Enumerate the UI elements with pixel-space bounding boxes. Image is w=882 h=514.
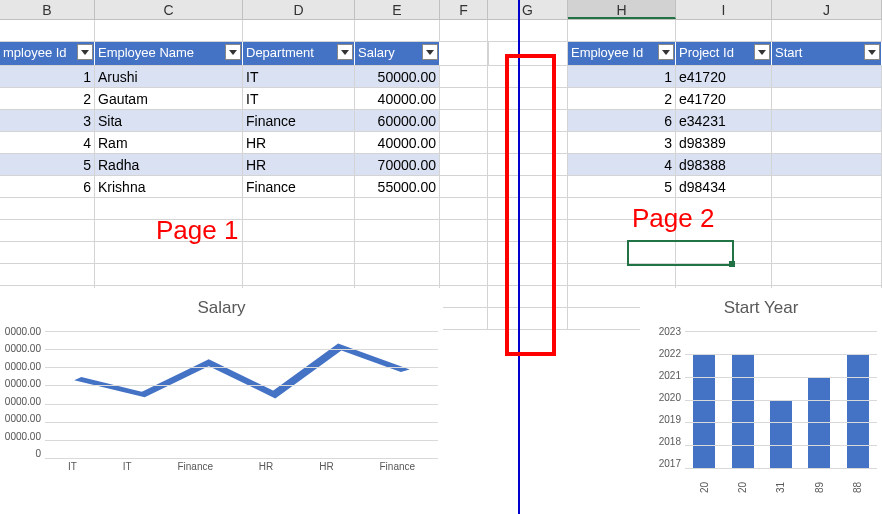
cell[interactable] (440, 198, 488, 219)
cell-proj[interactable]: d98434 (676, 176, 772, 197)
col-header-I[interactable]: I (676, 0, 772, 19)
cell-salary[interactable]: 40000.00 (355, 88, 440, 109)
cell[interactable] (0, 220, 95, 241)
cell-emp-id2[interactable]: 4 (568, 154, 676, 175)
cell[interactable] (0, 264, 95, 285)
cell[interactable] (440, 66, 488, 87)
cell[interactable] (568, 20, 676, 41)
cell-emp-id2[interactable]: 6 (568, 110, 676, 131)
filter-dropdown-icon[interactable] (754, 44, 770, 60)
cell-salary[interactable]: 60000.00 (355, 110, 440, 131)
col-header-B[interactable]: B (0, 0, 95, 19)
filter-dropdown-icon[interactable] (77, 44, 93, 60)
cell[interactable] (355, 220, 440, 241)
cell-dept[interactable]: Finance (243, 110, 355, 131)
cell[interactable] (243, 20, 355, 41)
filter-dropdown-icon[interactable] (864, 44, 880, 60)
col-start[interactable]: Start (772, 42, 882, 65)
col-employee-id[interactable]: mployee Id (0, 42, 95, 65)
col-employee-id2[interactable]: Employee Id (568, 42, 676, 65)
cell[interactable] (0, 198, 95, 219)
cell[interactable] (243, 220, 355, 241)
cell[interactable] (243, 264, 355, 285)
cell[interactable] (488, 20, 568, 41)
cell[interactable] (440, 132, 488, 153)
cell-emp-id[interactable]: 4 (0, 132, 95, 153)
cell-start[interactable] (772, 176, 882, 197)
cell-dept[interactable]: IT (243, 88, 355, 109)
cell[interactable] (355, 264, 440, 285)
cell-proj[interactable]: d98389 (676, 132, 772, 153)
cell-emp-name[interactable]: Krishna (95, 176, 243, 197)
cell-dept[interactable]: Finance (243, 176, 355, 197)
cell[interactable] (440, 220, 488, 241)
cell-emp-name[interactable]: Sita (95, 110, 243, 131)
cell-emp-id[interactable]: 1 (0, 66, 95, 87)
col-header-H[interactable]: H (568, 0, 676, 19)
cell[interactable] (440, 20, 488, 41)
start-year-chart[interactable]: Start Year 2023202220212020201920182017 … (640, 288, 882, 514)
cell-proj[interactable]: d98388 (676, 154, 772, 175)
cell-start[interactable] (772, 154, 882, 175)
cell-emp-name[interactable]: Radha (95, 154, 243, 175)
cell-start[interactable] (772, 88, 882, 109)
cell[interactable] (440, 42, 488, 65)
col-salary[interactable]: Salary (355, 42, 440, 65)
salary-chart[interactable]: Salary 0000.000000.000000.000000.000000.… (0, 288, 443, 478)
cell[interactable] (772, 264, 882, 285)
filter-dropdown-icon[interactable] (337, 44, 353, 60)
cell[interactable] (440, 88, 488, 109)
cell[interactable] (440, 264, 488, 285)
cell-salary[interactable]: 70000.00 (355, 154, 440, 175)
cell-emp-id2[interactable]: 3 (568, 132, 676, 153)
col-header-D[interactable]: D (243, 0, 355, 19)
col-employee-name[interactable]: Employee Name (95, 42, 243, 65)
active-cell-selection[interactable] (627, 240, 734, 266)
col-header-F[interactable]: F (440, 0, 488, 19)
cell-emp-id2[interactable]: 5 (568, 176, 676, 197)
col-project-id[interactable]: Project Id (676, 42, 772, 65)
cell[interactable] (676, 20, 772, 41)
cell[interactable] (440, 176, 488, 197)
cell[interactable] (95, 20, 243, 41)
cell[interactable] (772, 220, 882, 241)
cell-emp-id2[interactable]: 1 (568, 66, 676, 87)
col-header-C[interactable]: C (95, 0, 243, 19)
filter-dropdown-icon[interactable] (422, 44, 438, 60)
cell[interactable] (0, 20, 95, 41)
cell[interactable] (243, 198, 355, 219)
cell-proj[interactable]: e41720 (676, 88, 772, 109)
cell-proj[interactable]: e34231 (676, 110, 772, 131)
cell[interactable] (440, 154, 488, 175)
cell-dept[interactable]: HR (243, 154, 355, 175)
cell[interactable] (568, 264, 676, 285)
cell-salary[interactable]: 55000.00 (355, 176, 440, 197)
cell-emp-id[interactable]: 6 (0, 176, 95, 197)
cell-emp-name[interactable]: Gautam (95, 88, 243, 109)
cell[interactable] (243, 242, 355, 263)
cell[interactable] (355, 198, 440, 219)
col-header-J[interactable]: J (772, 0, 882, 19)
cell-proj[interactable]: e41720 (676, 66, 772, 87)
cell[interactable] (772, 242, 882, 263)
cell-emp-id[interactable]: 5 (0, 154, 95, 175)
filter-dropdown-icon[interactable] (658, 44, 674, 60)
cell-emp-name[interactable]: Ram (95, 132, 243, 153)
cell[interactable] (772, 20, 882, 41)
cell[interactable] (440, 242, 488, 263)
cell[interactable] (440, 110, 488, 131)
col-department[interactable]: Department (243, 42, 355, 65)
filter-dropdown-icon[interactable] (225, 44, 241, 60)
cell-start[interactable] (772, 132, 882, 153)
cell-emp-id[interactable]: 3 (0, 110, 95, 131)
col-header-G[interactable]: G (488, 0, 568, 19)
cell[interactable] (355, 242, 440, 263)
cell-emp-name[interactable]: Arushi (95, 66, 243, 87)
cell-dept[interactable]: IT (243, 66, 355, 87)
cell[interactable] (440, 308, 488, 329)
col-header-E[interactable]: E (355, 0, 440, 19)
cell-start[interactable] (772, 110, 882, 131)
cell[interactable] (440, 286, 488, 307)
cell-start[interactable] (772, 66, 882, 87)
cell-salary[interactable]: 40000.00 (355, 132, 440, 153)
